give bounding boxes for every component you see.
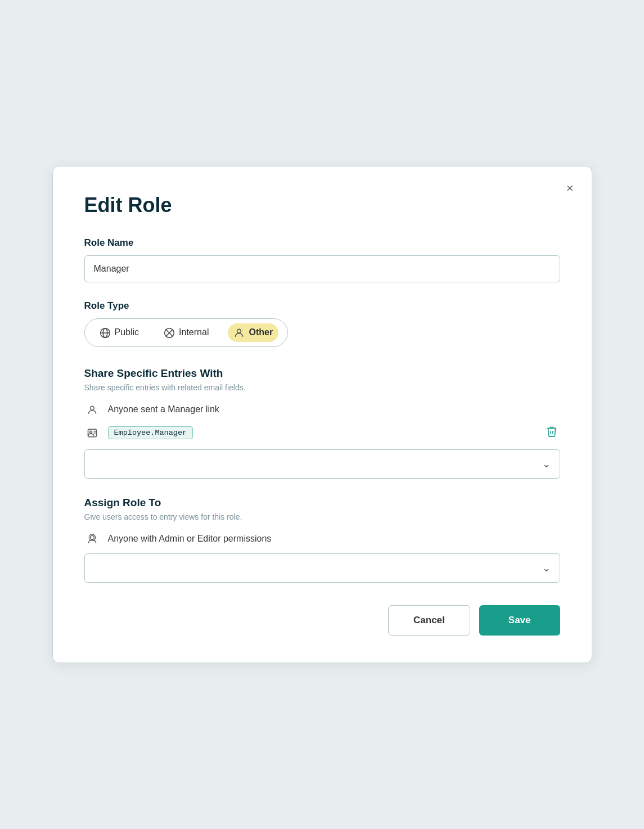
assign-dropdown[interactable]: ⌄ (84, 553, 560, 583)
role-type-internal[interactable]: Internal (158, 323, 214, 342)
share-dropdown-chevron: ⌄ (542, 458, 551, 470)
globe-icon (100, 327, 111, 339)
role-name-input[interactable] (84, 255, 560, 282)
share-dropdown[interactable]: ⌄ (84, 449, 560, 479)
modal-title: Edit Role (84, 193, 560, 217)
role-type-public-label: Public (115, 327, 139, 337)
role-name-label: Role Name (84, 237, 560, 249)
close-button[interactable]: × (564, 180, 576, 197)
assign-anyone-row: Anyone with Admin or Editor permissions (84, 533, 560, 546)
share-section: Share Specific Entries With Share specif… (84, 367, 560, 479)
role-type-section: Role Type Public (84, 300, 560, 347)
email-tag: Employee.Manager (108, 426, 193, 439)
save-button[interactable]: Save (479, 605, 560, 636)
role-name-section: Role Name (84, 237, 560, 300)
trash-icon (546, 425, 558, 438)
role-type-internal-label: Internal (179, 327, 209, 337)
role-type-public[interactable]: Public (94, 323, 145, 342)
role-type-label: Role Type (84, 300, 560, 312)
assign-section: Assign Role To Give users access to entr… (84, 497, 560, 583)
modal-overlay: × Edit Role Role Name Role Type (0, 0, 644, 829)
svg-point-9 (89, 431, 92, 434)
svg-point-7 (90, 407, 94, 411)
cross-icon (164, 327, 175, 339)
person-icon (233, 327, 245, 339)
share-email-row: Employee.Manager (84, 423, 560, 443)
role-type-group: Public Internal (84, 318, 289, 347)
share-heading: Share Specific Entries With (84, 367, 560, 380)
assign-admin-icon (84, 533, 100, 546)
cancel-button[interactable]: Cancel (388, 605, 470, 636)
share-anyone-label: Anyone sent a Manager link (108, 404, 219, 415)
role-type-other[interactable]: Other (228, 323, 278, 342)
share-person-icon (84, 403, 100, 416)
assign-anyone-label: Anyone with Admin or Editor permissions (108, 534, 272, 544)
assign-dropdown-chevron: ⌄ (542, 562, 551, 574)
footer-buttons: Cancel Save (84, 605, 560, 636)
assign-heading: Assign Role To (84, 497, 560, 509)
svg-point-6 (237, 329, 241, 333)
share-contact-icon (84, 426, 100, 439)
svg-point-12 (90, 536, 94, 540)
share-anyone-row: Anyone sent a Manager link (84, 403, 560, 416)
delete-email-tag-button[interactable] (543, 423, 560, 443)
assign-description: Give users access to entry views for thi… (84, 512, 560, 521)
share-description: Share specific entries with related emai… (84, 383, 560, 392)
role-type-other-label: Other (249, 327, 273, 337)
edit-role-modal: × Edit Role Role Name Role Type (52, 166, 592, 663)
